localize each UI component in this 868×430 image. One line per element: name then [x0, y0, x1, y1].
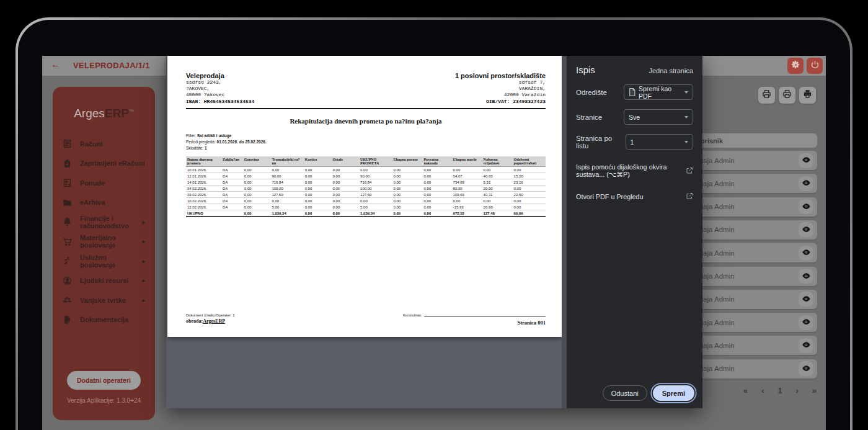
field-label: Stranice: [576, 114, 602, 121]
sidebar-item-label: Ponude: [80, 179, 105, 187]
cell: 0,00: [304, 192, 332, 198]
cell: 90,00: [270, 173, 303, 179]
sidebar-item-ra-uni[interactable]: Računi: [53, 134, 155, 154]
cell: 14.01.2026.: [186, 179, 221, 186]
view-user-button[interactable]: [799, 222, 813, 237]
cell: 0,00: [422, 167, 451, 173]
cell: 0,00: [513, 167, 546, 173]
cell: 0,00: [422, 186, 451, 192]
cell: DA: [221, 186, 243, 192]
report-title: Rekapitulacija dnevnih prometa po na?inu…: [186, 117, 546, 125]
filter-line: Period pregleda: 01.01.2026. do 25.02.20…: [186, 139, 546, 145]
sidebar-item-label: Vanjske tvrtke: [80, 297, 126, 304]
power-icon: [810, 60, 820, 72]
sidebar-item-zaprimljeni-era-uni[interactable]: Zaprimljeni eRačuni: [53, 154, 155, 174]
sidebar-item-label: Računi: [80, 140, 103, 148]
header-divider: [186, 108, 546, 109]
runner-icon: [63, 256, 72, 266]
kontrolirao-line: Kontrolirao:: [403, 313, 546, 317]
preview-scrollbar[interactable]: [562, 56, 567, 408]
view-user-button[interactable]: [799, 153, 813, 168]
print-preview-area: Veleprodaja ssdfsd 3243,?AKOVEC,40000 ?a…: [166, 56, 567, 408]
pdf-page: Veleprodaja ssdfsd 3243,?AKOVEC,40000 ?a…: [167, 56, 562, 337]
view-user-button[interactable]: [799, 315, 813, 330]
total-cell: 0,00: [243, 210, 271, 217]
save-button[interactable]: Spremi: [653, 385, 694, 401]
dropdown-stranica-po-listu[interactable]: 1: [626, 134, 693, 150]
column-header: UKUPNO PROMETA: [359, 156, 392, 167]
cell: DA: [221, 179, 243, 186]
cell: 127,50: [359, 192, 392, 198]
last-page-button[interactable]: »: [812, 386, 817, 395]
dialog-link[interactable]: Ispis pomoću dijaloškog okvira sustava..…: [576, 163, 693, 179]
cell: 22,50: [513, 192, 546, 198]
sidebar-footer: Dodatni operateri Verzija Aplikacije: 1.…: [53, 371, 155, 404]
chevron-right-icon: ▸: [142, 297, 145, 303]
obrada-line: obrada:ArgesERP: [186, 318, 235, 324]
cell: 0,00: [422, 198, 451, 204]
cell: 0,00: [304, 167, 332, 173]
back-icon[interactable]: ←: [51, 59, 61, 70]
view-user-button[interactable]: [799, 199, 813, 214]
address-line: 40000 ?akovec: [186, 92, 254, 98]
cell: 80,00: [452, 186, 482, 192]
table-row: veleprodaja Admin: [686, 174, 817, 193]
dialog-link[interactable]: Otvori PDF u Pregledu: [576, 192, 693, 201]
table-row: veleprodaja Admin: [686, 359, 817, 378]
prev-page-button[interactable]: ‹: [761, 386, 764, 395]
column-header: Zaklju?an: [221, 156, 243, 167]
dropdown-odredi-te[interactable]: Spremi kao PDF: [624, 84, 693, 100]
sidebar-item-materijalno-poslovanje[interactable]: Materijalno poslovanje▸: [53, 232, 155, 252]
view-user-button[interactable]: [799, 292, 813, 307]
view-user-button[interactable]: [799, 338, 813, 353]
sidebar-item-label: Financije i računovodstvo: [80, 215, 134, 230]
cancel-button[interactable]: Odustani: [603, 385, 647, 401]
sidebar-item-vanjske-tvrtke[interactable]: Vanjske tvrtke▸: [53, 290, 155, 310]
first-page-button[interactable]: «: [743, 386, 748, 395]
cell: 64,07: [452, 173, 482, 179]
settings-button[interactable]: [787, 58, 804, 74]
address-line: ?AKOVEC,: [186, 86, 254, 92]
cell: 734,69: [452, 179, 482, 186]
print-button-3[interactable]: [799, 87, 816, 104]
bell-icon: [63, 217, 72, 226]
cell: 0,00: [243, 179, 271, 186]
column-header: Kartice: [304, 156, 332, 167]
cell: 90,00: [359, 173, 392, 179]
additional-operators-button[interactable]: Dodatni operateri: [67, 371, 141, 390]
total-row: UKUPNO0,001.039,340,000,001.039,340,000,…: [186, 210, 546, 217]
cell: 100,00: [359, 186, 392, 192]
cell: 716,84: [359, 179, 392, 186]
chevron-down-icon: [684, 91, 688, 94]
clipboard-icon: [63, 159, 72, 168]
eye-icon: [802, 271, 811, 282]
view-user-button[interactable]: [799, 246, 813, 261]
view-user-button[interactable]: [799, 176, 813, 191]
chevron-right-icon: ▸: [142, 238, 145, 244]
cell: 0,00: [304, 186, 332, 192]
sidebar-item-ljudski-resursi[interactable]: Ljudski resursi▸: [53, 271, 155, 291]
logout-button[interactable]: [807, 58, 823, 74]
eye-icon: [802, 202, 811, 212]
location-name: 1 poslovni prostor/skladište: [455, 72, 546, 79]
report-page-number: Stranica 001: [403, 320, 546, 326]
cell: 0,00: [392, 204, 422, 210]
sidebar-item-dokumentacija[interactable]: Dokumentacija: [53, 310, 155, 330]
cell: 20,00: [482, 186, 513, 192]
cell: 20,93: [482, 204, 513, 210]
sidebar-item-uslu-no-poslovanje[interactable]: Uslužno poslovanje▸: [53, 251, 155, 271]
view-user-button[interactable]: [799, 269, 813, 284]
cell: 0,00: [359, 198, 392, 204]
next-page-button[interactable]: ›: [796, 386, 799, 395]
sidebar-item-financije-i-ra-unovodstvo[interactable]: Financije i računovodstvo▸: [53, 212, 155, 232]
sidebar-item-label: Uslužno poslovanje: [80, 254, 134, 269]
sidebar-item-ponude[interactable]: Ponude: [53, 173, 155, 193]
cell: 5,00: [270, 204, 303, 210]
sidebar-item-earhiva[interactable]: eArhiva: [53, 193, 155, 213]
print-button-2[interactable]: [779, 87, 795, 104]
people-icon: [63, 295, 72, 305]
print-button-1[interactable]: [758, 87, 775, 104]
view-user-button[interactable]: [799, 361, 813, 376]
column-header: Gotovina: [243, 156, 271, 167]
dropdown-stranice[interactable]: Sve: [624, 109, 693, 125]
